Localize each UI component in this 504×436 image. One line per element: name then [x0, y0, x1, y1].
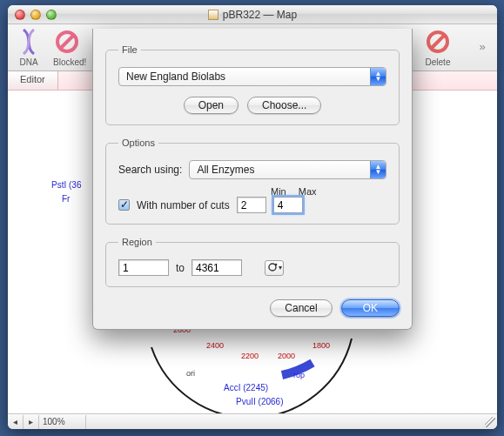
chevron-updown-icon: ▲▼: [370, 68, 386, 85]
toolbar-label-blocked: Blocked!: [53, 57, 86, 67]
delete-icon: [424, 28, 452, 56]
map-label-pvull: PvuII (2066): [236, 397, 283, 406]
window-zoom-button[interactable]: [46, 10, 57, 20]
chevron-down-icon: ▾: [279, 264, 282, 272]
options-legend: Options: [118, 138, 158, 148]
toolbar-item-dna[interactable]: DNA: [15, 28, 43, 67]
blocked-icon: [53, 28, 81, 56]
toolbar-label-dna: DNA: [15, 57, 43, 67]
map-label-ori: ori: [186, 369, 195, 378]
tick-2200: 2200: [241, 352, 259, 360]
open-button[interactable]: Open: [184, 97, 239, 114]
dna-icon: [15, 28, 43, 56]
search-using-select[interactable]: All Enzymes ▲▼: [189, 160, 386, 179]
search-using-label: Search using:: [118, 164, 182, 176]
status-nav-left[interactable]: ◂: [8, 415, 24, 429]
tick-2000: 2000: [278, 352, 295, 360]
toolbar-overflow-icon[interactable]: »: [474, 40, 490, 56]
status-bar: ◂ ▸ 100%: [8, 413, 497, 429]
window-minimize-button[interactable]: [30, 10, 41, 20]
toolbar-item-blocked[interactable]: Blocked!: [53, 28, 86, 67]
status-nav-right[interactable]: ▸: [24, 415, 39, 429]
file-source-value: New England Biolabs: [126, 70, 370, 83]
chevron-updown-icon: ▲▼: [370, 161, 386, 178]
document-icon: [208, 10, 218, 20]
region-picker-icon: [266, 263, 279, 273]
svg-line-4: [432, 36, 444, 48]
options-fieldset: Options Search using: All Enzymes ▲▼ Min…: [105, 138, 400, 225]
search-dialog: File New England Biolabs ▲▼ Open Choose.…: [92, 29, 413, 330]
toolbar-label-delete: Delete: [424, 57, 452, 67]
titlebar: pBR322 — Map: [8, 5, 497, 24]
svg-line-1: [61, 36, 73, 48]
region-legend: Region: [118, 237, 156, 247]
app-window: pBR322 — Map DNA Blocked!: [8, 5, 497, 429]
region-picker-button[interactable]: ▾: [265, 260, 284, 276]
svg-point-6: [275, 263, 278, 265]
region-fieldset: Region to ▾: [105, 237, 400, 287]
file-source-select[interactable]: New England Biolabs ▲▼: [118, 67, 386, 86]
choose-button[interactable]: Choose...: [247, 97, 321, 114]
max-cuts-input[interactable]: [273, 197, 303, 213]
map-label-acci: AccI (2245): [224, 383, 268, 392]
region-to-input[interactable]: [192, 259, 242, 276]
window-close-button[interactable]: [15, 10, 25, 20]
toolbar-item-delete[interactable]: Delete: [424, 28, 452, 67]
file-fieldset: File New England Biolabs ▲▼ Open Choose.…: [105, 44, 400, 125]
map-label-pstl: PstI (36: [51, 180, 81, 190]
tab-editor[interactable]: Editor: [8, 71, 58, 90]
with-cuts-label: With number of cuts: [137, 199, 230, 211]
map-label-fri: Fr: [62, 194, 70, 204]
region-from-input[interactable]: [118, 259, 169, 276]
map-label-rop: rop: [293, 371, 305, 379]
min-label: Min: [271, 186, 286, 197]
region-to-label: to: [176, 262, 185, 274]
resize-grip-icon[interactable]: [485, 417, 495, 427]
cancel-button[interactable]: Cancel: [270, 299, 332, 317]
status-zoom[interactable]: 100%: [39, 415, 86, 429]
min-cuts-input[interactable]: [237, 197, 266, 213]
with-cuts-checkbox[interactable]: ✓: [118, 199, 130, 211]
max-label: Max: [299, 186, 317, 197]
search-using-value: All Enzymes: [197, 164, 370, 176]
tick-2400: 2400: [206, 341, 224, 350]
file-legend: File: [118, 44, 141, 55]
tick-1800: 1800: [312, 341, 330, 350]
window-title: pBR322 — Map: [223, 9, 297, 21]
ok-button[interactable]: OK: [341, 299, 400, 317]
